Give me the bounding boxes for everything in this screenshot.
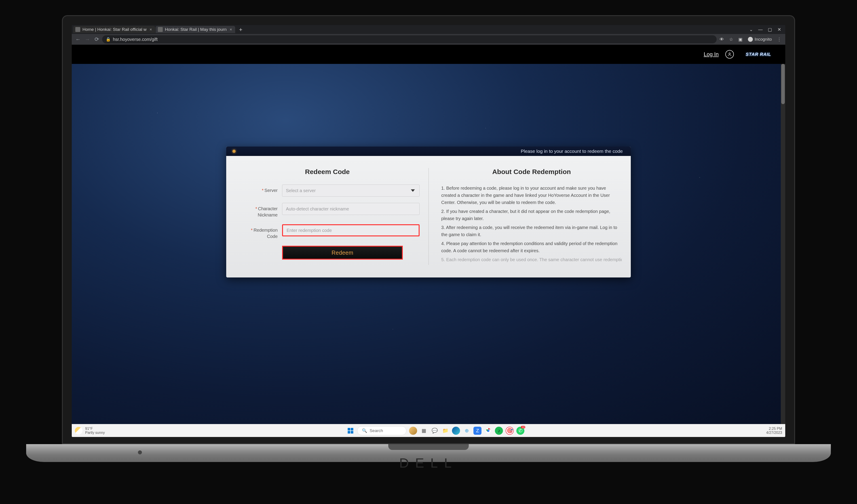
close-window-button[interactable]: ✕	[774, 26, 784, 33]
close-icon[interactable]: ×	[229, 28, 233, 32]
back-button[interactable]: ←	[74, 35, 82, 44]
app-icon[interactable]: 🎯	[506, 427, 514, 435]
star-icon[interactable]: ☆	[727, 36, 735, 43]
reload-button[interactable]: ⟳	[93, 35, 101, 44]
incognito-label: Incognito	[755, 37, 772, 42]
rules-panel: About Code Redemption 1. Before redeemin…	[428, 168, 622, 265]
form-title: Redeem Code	[235, 168, 420, 176]
new-tab-button[interactable]: +	[237, 26, 245, 33]
url-input[interactable]: 🔒 hsr.hoyoverse.com/gift	[102, 35, 717, 44]
app-icon[interactable]	[409, 427, 417, 435]
app-icon[interactable]: Z	[473, 427, 482, 435]
incognito-icon	[748, 37, 753, 42]
logo-text: STAR RAIL	[746, 52, 771, 57]
rule-item: 4. Please pay attention to the redemptio…	[441, 240, 622, 254]
game-logo[interactable]: STAR RAIL	[741, 48, 776, 60]
maximize-button[interactable]: ▢	[765, 26, 774, 33]
windows-taskbar: 91°F Partly sunny 🔍 Search ▦ 💬 📁 ⊕ Z	[72, 424, 785, 437]
menu-button[interactable]: ⋮	[775, 36, 783, 43]
system-tray[interactable]: 2:25 PM 4/27/2023	[766, 427, 782, 435]
input-placeholder: Enter redemption code	[287, 228, 332, 233]
redeem-button[interactable]: Redeem	[282, 246, 403, 260]
button-label: Redeem	[332, 249, 353, 256]
url-text: hsr.hoyoverse.com/gift	[113, 37, 157, 42]
form-panel: Redeem Code *Server Select a server *Cha…	[235, 168, 428, 265]
scrollbar-thumb[interactable]	[781, 64, 785, 104]
svg-rect-3	[348, 431, 350, 433]
extensions-icon[interactable]: ▣	[737, 36, 744, 43]
code-label: *RedemptionCode	[235, 224, 278, 240]
weather-desc: Partly sunny	[85, 431, 105, 435]
site-topbar: Log In STAR RAIL	[72, 45, 785, 64]
redemption-code-input[interactable]: Enter redemption code	[282, 224, 420, 236]
taskbar-search[interactable]: 🔍 Search	[357, 426, 406, 435]
time: 2:25 PM	[766, 427, 782, 431]
svg-rect-4	[351, 431, 353, 433]
close-icon[interactable]: ×	[149, 28, 153, 32]
tab-gift[interactable]: Honkai: Star Rail | May this journ ×	[155, 26, 235, 33]
header-message: Please log in to your account to redeem …	[521, 149, 623, 154]
chevron-down-icon[interactable]: ⌄	[746, 26, 756, 33]
chrome-icon[interactable]	[484, 427, 492, 435]
task-view-icon[interactable]: ▦	[420, 427, 428, 435]
edge-icon[interactable]	[452, 427, 460, 435]
svg-rect-2	[351, 428, 353, 430]
rules-title: About Code Redemption	[441, 168, 622, 176]
minimize-button[interactable]: —	[756, 26, 765, 33]
explorer-icon[interactable]: 📁	[441, 427, 449, 435]
address-bar: ← → ⟳ 🔒 hsr.hoyoverse.com/gift 👁 ☆ ▣ Inc…	[72, 34, 785, 45]
svg-point-0	[729, 53, 730, 54]
search-placeholder: Search	[369, 428, 383, 433]
weather-widget[interactable]: 91°F Partly sunny	[75, 427, 105, 435]
spotify-icon[interactable]: ♪	[495, 427, 503, 435]
forward-button[interactable]: →	[83, 35, 91, 44]
page-content: Log In STAR RAIL Please log in to your a…	[72, 45, 785, 424]
date: 4/27/2023	[766, 431, 782, 435]
tab-label: Home | Honkai: Star Rail official w	[83, 27, 147, 32]
rule-item: 5. Each redemption code can only be used…	[441, 256, 622, 263]
app-icon[interactable]: ⊕	[463, 427, 471, 435]
dell-logo: DELL	[26, 455, 831, 471]
tab-home[interactable]: Home | Honkai: Star Rail official w ×	[73, 26, 155, 33]
clock[interactable]: 2:25 PM 4/27/2023	[766, 427, 782, 435]
favicon-icon	[75, 27, 80, 32]
camera-icon	[138, 450, 142, 454]
scrollbar[interactable]	[781, 64, 785, 424]
browser-titlebar: Home | Honkai: Star Rail official w × Ho…	[72, 25, 785, 34]
tab-label: Honkai: Star Rail | May this journ	[165, 27, 226, 32]
weather-temp: 91°F	[85, 427, 105, 431]
svg-rect-1	[348, 428, 350, 430]
incognito-indicator[interactable]: Incognito	[746, 37, 774, 42]
favicon-icon	[158, 27, 163, 32]
input-placeholder: Auto-detect character nickname	[286, 206, 349, 212]
redeem-card: Please log in to your account to redeem …	[226, 146, 631, 277]
chat-icon[interactable]: 💬	[431, 427, 439, 435]
card-header: Please log in to your account to redeem …	[226, 146, 631, 156]
start-button[interactable]	[347, 427, 354, 435]
rule-item: 3. After redeeming a code, you will rece…	[441, 224, 622, 238]
user-icon[interactable]	[725, 50, 734, 58]
server-label: *Server	[235, 185, 278, 193]
select-placeholder: Select a server	[286, 188, 316, 193]
eye-off-icon[interactable]: 👁	[718, 36, 726, 43]
nickname-input[interactable]: Auto-detect character nickname	[282, 203, 420, 215]
whatsapp-icon[interactable]: ✆13	[516, 427, 524, 435]
rule-item: 1. Before redeeming a code, please log i…	[441, 185, 622, 206]
rule-item: 2. If you have created a character, but …	[441, 208, 622, 222]
server-select[interactable]: Select a server	[282, 185, 420, 196]
lock-icon: 🔒	[106, 37, 111, 42]
login-link[interactable]: Log In	[704, 51, 719, 57]
nickname-label: *CharacterNickname	[235, 203, 278, 218]
search-icon: 🔍	[362, 428, 367, 433]
weather-icon	[75, 427, 83, 435]
